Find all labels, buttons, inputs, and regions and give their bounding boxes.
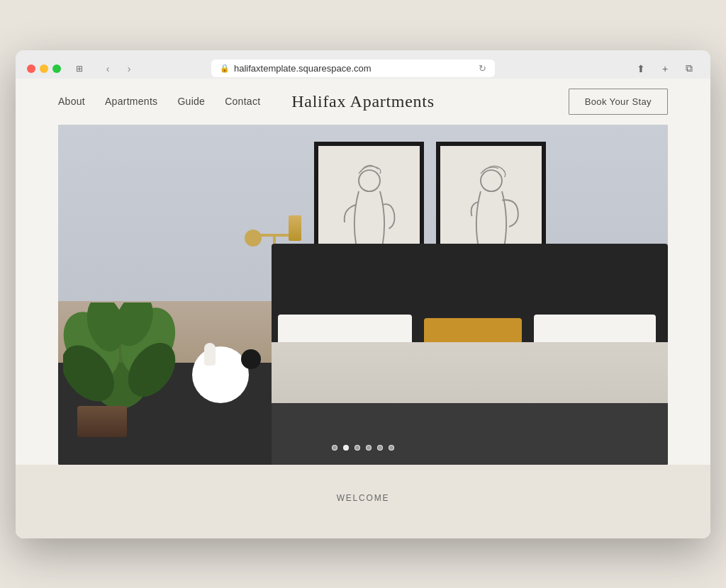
nav-left: About Apartments Guide Contact [58,96,260,107]
lock-icon: 🔒 [220,64,230,73]
welcome-section: WELCOME [16,465,710,538]
carousel-dot-6[interactable] [389,445,394,451]
site-title: Halifax Apartments [291,92,435,111]
sidebar-toggle[interactable]: ⊞ [69,61,89,77]
traffic-lights [27,64,61,73]
carousel-dot-3[interactable] [354,445,360,451]
carousel-dot-4[interactable] [366,445,372,451]
browser-chrome: ⊞ ‹ › 🔒 halifaxtemplate.squarespace.com … [16,50,710,79]
share-button[interactable]: ⬆ [631,59,651,79]
svg-point-1 [481,170,502,191]
back-button[interactable]: ‹ [98,59,118,79]
nav-about[interactable]: About [58,96,85,107]
bedroom-scene [58,125,668,465]
tab-overview-button[interactable]: ⧉ [679,59,699,79]
nav-apartments[interactable]: Apartments [105,96,157,107]
nav-guide[interactable]: Guide [177,96,205,107]
close-button[interactable] [27,64,35,73]
carousel-dot-5[interactable] [377,445,383,451]
browser-window: ⊞ ‹ › 🔒 halifaxtemplate.squarespace.com … [16,50,710,538]
bed-blanket [272,403,668,464]
maximize-button[interactable] [52,64,61,73]
refresh-button[interactable]: ↻ [479,63,486,74]
nav-arrows: ‹ › [98,59,139,79]
vase [204,343,216,366]
site-header: About Apartments Guide Contact Halifax A… [16,79,710,125]
toolbar-right: ⬆ + ⧉ [631,59,699,79]
nav-contact[interactable]: Contact [225,96,260,107]
website: About Apartments Guide Contact Halifax A… [16,79,710,538]
alarm-clock [241,349,261,369]
new-tab-button[interactable]: + [655,59,675,79]
carousel-dot-2[interactable] [343,445,349,451]
address-bar[interactable]: 🔒 halifaxtemplate.squarespace.com ↻ [211,60,495,77]
hero-container [58,125,668,465]
nightstand [192,346,249,403]
carousel-dot-1[interactable] [332,445,337,451]
carousel-dots [332,445,394,451]
plant-container [70,317,180,437]
forward-button[interactable]: › [119,59,139,79]
url-text: halifaxtemplate.squarespace.com [234,63,372,74]
book-stay-button[interactable]: Book Your Stay [569,89,668,115]
minimize-button[interactable] [40,64,48,73]
welcome-label: WELCOME [16,493,710,503]
svg-point-0 [359,170,380,191]
hero-image [58,125,668,465]
